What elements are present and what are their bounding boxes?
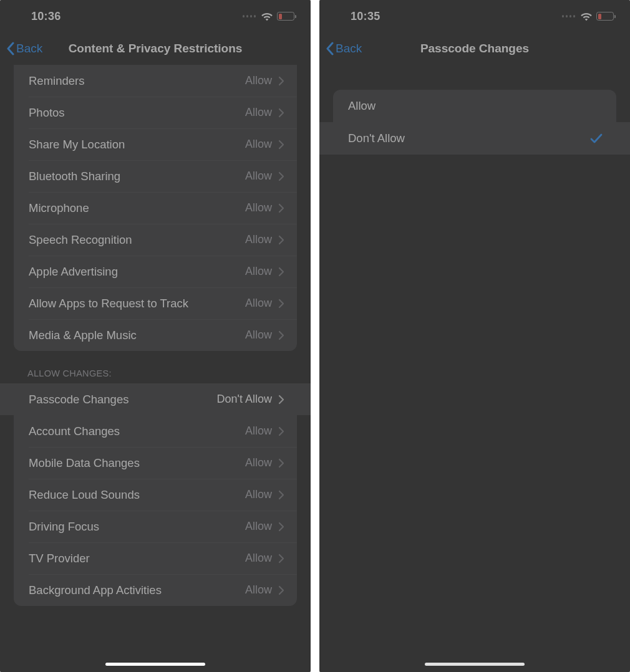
row-label: Background App Activities — [29, 583, 162, 597]
row-label: Apple Advertising — [29, 265, 118, 279]
chevron-left-icon — [326, 42, 334, 55]
chevron-right-icon — [278, 171, 284, 181]
row-value: Allow — [245, 233, 272, 246]
status-time: 10:35 — [351, 10, 380, 23]
row-value: Allow — [245, 456, 272, 469]
battery-icon — [596, 12, 614, 21]
row-value: Allow — [245, 170, 272, 183]
wifi-icon — [261, 12, 273, 21]
chevron-right-icon — [278, 267, 284, 277]
row-value: Allow — [245, 201, 272, 214]
row-mobile-data-changes[interactable]: Mobile Data ChangesAllow — [14, 447, 297, 479]
option-allow[interactable]: Allow — [333, 90, 616, 122]
chevron-right-icon — [278, 76, 284, 86]
status-bar: 10:35 — [319, 0, 630, 32]
back-button[interactable]: Back — [326, 42, 362, 55]
option-dont-allow[interactable]: Don't Allow — [319, 122, 630, 155]
chevron-right-icon — [278, 203, 284, 213]
section-header-allow-changes: Allow Changes: — [0, 351, 311, 383]
home-indicator[interactable] — [425, 663, 525, 666]
cellular-icon — [243, 15, 256, 17]
nav-bar: Back Passcode Changes — [319, 32, 630, 65]
row-value: Don't Allow — [217, 393, 272, 406]
chevron-right-icon — [278, 490, 284, 500]
status-icons — [562, 12, 614, 21]
row-value: Allow — [245, 488, 272, 501]
settings-group-privacy: RemindersAllowPhotosAllowShare My Locati… — [14, 65, 297, 351]
status-bar: 10:36 — [0, 0, 311, 32]
row-photos[interactable]: PhotosAllow — [14, 97, 297, 128]
home-indicator[interactable] — [105, 663, 205, 666]
row-reduce-loud-sounds[interactable]: Reduce Loud SoundsAllow — [14, 479, 297, 511]
row-apple-advertising[interactable]: Apple AdvertisingAllow — [14, 256, 297, 287]
chevron-right-icon — [278, 235, 284, 245]
row-label: Driving Focus — [29, 520, 99, 534]
chevron-right-icon — [278, 299, 284, 309]
row-value: Allow — [245, 520, 272, 533]
options-group: Allow — [333, 90, 616, 122]
row-reminders[interactable]: RemindersAllow — [14, 65, 297, 97]
row-label: Share My Location — [29, 138, 125, 151]
row-value: Allow — [245, 329, 272, 342]
row-label: Reminders — [29, 74, 84, 88]
row-speech-recognition[interactable]: Speech RecognitionAllow — [14, 224, 297, 256]
battery-icon — [277, 12, 294, 21]
chevron-right-icon — [278, 426, 284, 436]
row-label: Media & Apple Music — [29, 329, 137, 342]
cellular-icon — [562, 15, 576, 17]
row-share-my-location[interactable]: Share My LocationAllow — [14, 128, 297, 160]
row-value: Allow — [245, 552, 272, 565]
chevron-right-icon — [278, 585, 284, 595]
row-value: Allow — [245, 583, 272, 597]
row-tv-provider[interactable]: TV ProviderAllow — [14, 542, 297, 574]
checkmark-icon — [590, 133, 603, 144]
back-label: Back — [336, 42, 362, 55]
row-label: TV Provider — [29, 552, 90, 565]
chevron-right-icon — [278, 395, 284, 405]
row-microphone[interactable]: MicrophoneAllow — [14, 192, 297, 224]
back-label: Back — [16, 42, 42, 55]
chevron-right-icon — [278, 522, 284, 532]
option-label: Don't Allow — [348, 132, 405, 145]
row-account-changes[interactable]: Account ChangesAllow — [14, 415, 297, 447]
row-value: Allow — [245, 74, 272, 87]
row-label: Photos — [29, 106, 65, 120]
chevron-right-icon — [278, 554, 284, 564]
back-button[interactable]: Back — [6, 42, 42, 55]
row-label: Allow Apps to Request to Track — [29, 297, 188, 310]
row-value: Allow — [245, 425, 272, 438]
row-value: Allow — [245, 265, 272, 278]
status-icons — [243, 12, 295, 21]
screenshot-passcode-changes: 10:35 Back Passcode Changes Allow Don — [319, 0, 630, 672]
row-passcode-changes[interactable]: Passcode Changes Don't Allow — [0, 383, 311, 415]
row-label: Microphone — [29, 201, 89, 215]
status-time: 10:36 — [31, 10, 61, 23]
chevron-right-icon — [278, 458, 284, 468]
chevron-right-icon — [278, 330, 284, 340]
row-value: Allow — [245, 138, 272, 151]
option-label: Allow — [348, 99, 376, 113]
nav-bar: Back Content & Privacy Restrictions — [0, 32, 311, 65]
row-allow-apps-to-request-to-track[interactable]: Allow Apps to Request to TrackAllow — [14, 287, 297, 319]
row-value: Allow — [245, 297, 272, 310]
row-label: Account Changes — [29, 425, 120, 438]
page-title: Passcode Changes — [420, 42, 529, 55]
settings-group-allow-changes: Account ChangesAllowMobile Data ChangesA… — [14, 415, 297, 606]
row-label: Reduce Loud Sounds — [29, 488, 140, 502]
row-label: Mobile Data Changes — [29, 456, 140, 470]
wifi-icon — [580, 12, 593, 21]
screenshot-content-privacy: 10:36 Back Content & Privacy Restriction… — [0, 0, 311, 672]
row-label: Passcode Changes — [29, 393, 128, 406]
row-media-apple-music[interactable]: Media & Apple MusicAllow — [14, 319, 297, 351]
row-driving-focus[interactable]: Driving FocusAllow — [14, 511, 297, 542]
row-value: Allow — [245, 106, 272, 119]
row-background-app-activities[interactable]: Background App ActivitiesAllow — [14, 574, 297, 606]
row-label: Bluetooth Sharing — [29, 170, 120, 183]
row-label: Speech Recognition — [29, 233, 132, 247]
chevron-left-icon — [6, 42, 15, 55]
chevron-right-icon — [278, 140, 284, 150]
page-title: Content & Privacy Restrictions — [69, 42, 243, 55]
chevron-right-icon — [278, 108, 284, 118]
row-bluetooth-sharing[interactable]: Bluetooth SharingAllow — [14, 160, 297, 192]
